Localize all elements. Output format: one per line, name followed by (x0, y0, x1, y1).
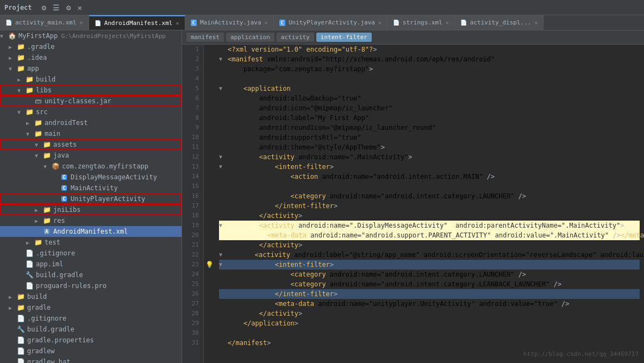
tree-item-build-gradle-app[interactable]: 🔧build.gradle (0, 270, 182, 280)
tree-row-gradle-props[interactable]: 📄gradle.properties (0, 335, 182, 346)
tree-item-gitignore-root[interactable]: 📄.gitignore (0, 313, 182, 324)
tree-row-build-root[interactable]: ▶📁build (0, 291, 182, 302)
tree-item-package[interactable]: ▼📦com.zengtao.myfirstapp (0, 161, 182, 172)
tree-item-idea[interactable]: ▶📁.idea (0, 52, 182, 63)
breadcrumb-application[interactable]: application (226, 33, 274, 42)
tree-arrow-jnilibs[interactable]: ▶ (35, 207, 42, 213)
tree-item-build-gradle-root[interactable]: 🔧build.gradle (0, 324, 182, 335)
tree-item-res[interactable]: ▶📁res (0, 215, 182, 226)
tree-row-gitignore-app[interactable]: 📄.gitignore (0, 248, 182, 259)
tree-arrow-package[interactable]: ▼ (43, 164, 51, 170)
tree-item-myfirstapp[interactable]: ▼🏠MyFirstApp G:\AndroidProjects\MyFirstA… (0, 30, 182, 41)
tree-item-app-iml[interactable]: 📄app.iml (0, 259, 182, 270)
tree-arrow-gradle[interactable]: ▶ (9, 305, 16, 311)
tree-row-displaymsg[interactable]: CDisplayMessageActivity (0, 172, 182, 183)
tree-item-displaymsg[interactable]: CDisplayMessageActivity (0, 172, 182, 183)
tab-close-AndroidManifest[interactable]: ✕ (176, 20, 179, 26)
tree-item-proguard[interactable]: 📄proguard-rules.pro (0, 280, 182, 291)
menu-icon[interactable]: ☰ (51, 2, 62, 13)
tree-row-jnilibs[interactable]: ▶📁jniLibs (0, 204, 182, 215)
config-icon[interactable]: ⚙ (64, 2, 73, 13)
tree-item-test[interactable]: ▶📁test (0, 237, 182, 248)
tree-row-mainactivity[interactable]: CMainActivity (0, 183, 182, 193)
tree-row-build-app[interactable]: ▶📁build (0, 74, 182, 85)
tree-arrow-src[interactable]: ▼ (17, 109, 25, 115)
tree-row-main[interactable]: ▼📁main (0, 128, 182, 139)
tab-AndroidManifest[interactable]: 📄AndroidManifest.xml✕ (89, 15, 185, 30)
tree-item-gradle[interactable]: ▶📁gradle (0, 302, 182, 313)
fold-arrow-12[interactable]: ▼ (219, 152, 227, 162)
tree-item-mainactivity[interactable]: CMainActivity (0, 183, 182, 193)
tree-item-androidmanifest[interactable]: AAndroidManifest.xml (0, 226, 182, 237)
tree-item-gradle-hidden[interactable]: ▶📁.gradle (0, 41, 182, 52)
tree-row-gradlew-bat[interactable]: 📄gradlew.bat (0, 356, 182, 363)
code-editor[interactable]: 1234567891011121314151617181920212223242… (182, 45, 644, 363)
tree-row-gradle-hidden[interactable]: ▶📁.gradle (0, 41, 182, 52)
tree-item-unity-jar[interactable]: 🗃unity-classes.jar (0, 96, 182, 107)
tree-item-src[interactable]: ▼📁src (0, 107, 182, 117)
tab-close-MainActivity[interactable]: ✕ (265, 20, 268, 26)
tab-close-UnityPlayerActivity[interactable]: ✕ (378, 20, 382, 26)
tab-close-strings[interactable]: ✕ (446, 20, 449, 26)
tree-row-unity-jar[interactable]: 🗃unity-classes.jar (0, 96, 182, 107)
tree-row-package[interactable]: ▼📦com.zengtao.myfirstapp (0, 161, 182, 172)
tree-row-java[interactable]: ▼📁java (0, 150, 182, 161)
tree-item-gradle-props[interactable]: 📄gradle.properties (0, 335, 182, 346)
tree-row-androidtest[interactable]: ▶📁androidTest (0, 117, 182, 128)
fold-arrow-19[interactable]: ▼ (219, 221, 227, 230)
tree-item-assets[interactable]: ▼📁assets (0, 139, 182, 150)
tree-arrow-java[interactable]: ▼ (35, 153, 42, 159)
tree-arrow-build-root[interactable]: ▶ (9, 294, 16, 300)
tree-arrow-app[interactable]: ▼ (9, 66, 16, 72)
tree-row-gradle[interactable]: ▶📁gradle (0, 302, 182, 313)
tree-arrow-res[interactable]: ▶ (35, 218, 42, 224)
tree-item-gradlew[interactable]: 📄gradlew (0, 346, 182, 356)
tab-MainActivity[interactable]: CMainActivity.java✕ (185, 15, 274, 30)
tree-arrow-gradle-hidden[interactable]: ▶ (9, 44, 16, 50)
tree-row-idea[interactable]: ▶📁.idea (0, 52, 182, 63)
tree-item-gradlew-bat[interactable]: 📄gradlew.bat (0, 356, 182, 363)
tree-item-java[interactable]: ▼📁java (0, 150, 182, 161)
tree-item-main[interactable]: ▼📁main (0, 128, 182, 139)
settings-icon[interactable]: ⚙ (40, 2, 48, 13)
tree-arrow-myfirstapp[interactable]: ▼ (0, 33, 8, 39)
tab-activity_main[interactable]: 📄activity_main.xml✕ (0, 15, 89, 30)
breadcrumb-manifest[interactable]: manifest (186, 33, 224, 42)
tree-item-gitignore-app[interactable]: 📄.gitignore (0, 248, 182, 259)
tree-item-unityplayer[interactable]: CUnityPlayerActivity (0, 193, 182, 204)
fold-arrow-23[interactable]: ▼ (219, 260, 227, 270)
tree-item-build-app[interactable]: ▶📁build (0, 74, 182, 85)
tree-row-proguard[interactable]: 📄proguard-rules.pro (0, 280, 182, 291)
tree-row-app[interactable]: ▼📁app (0, 63, 182, 74)
tree-arrow-main[interactable]: ▼ (26, 131, 34, 137)
tree-row-assets[interactable]: ▼📁assets (0, 139, 182, 150)
fold-arrow-13[interactable]: ▼ (219, 162, 227, 172)
tree-arrow-androidtest[interactable]: ▶ (26, 120, 34, 126)
tree-row-myfirstapp[interactable]: ▼🏠MyFirstApp G:\AndroidProjects\MyFirstA… (0, 30, 182, 41)
tree-arrow-test[interactable]: ▶ (26, 240, 34, 246)
breadcrumb-activity[interactable]: activity (277, 33, 314, 42)
tree-row-res[interactable]: ▶📁res (0, 215, 182, 226)
tab-strings[interactable]: 📄strings.xml✕ (387, 15, 455, 30)
tree-row-unityplayer[interactable]: CUnityPlayerActivity (0, 193, 182, 204)
tree-row-build-gradle-root[interactable]: 🔧build.gradle (0, 324, 182, 335)
close-toolbar-icon[interactable]: ✕ (75, 2, 84, 13)
tree-row-test[interactable]: ▶📁test (0, 237, 182, 248)
tree-item-libs[interactable]: ▼📁libs (0, 85, 182, 96)
tree-row-gitignore-root[interactable]: 📄.gitignore (0, 313, 182, 324)
tree-row-app-iml[interactable]: 📄app.iml (0, 259, 182, 270)
tree-row-androidmanifest[interactable]: AAndroidManifest.xml (0, 226, 182, 237)
tree-row-libs[interactable]: ▼📁libs (0, 85, 182, 96)
tree-row-gradlew[interactable]: 📄gradlew (0, 346, 182, 356)
tree-arrow-idea[interactable]: ▶ (9, 55, 16, 61)
tree-item-androidtest[interactable]: ▶📁androidTest (0, 117, 182, 128)
tree-item-jnilibs[interactable]: ▶📁jniLibs (0, 204, 182, 215)
tab-activity_displ[interactable]: 📄activity_displ...✕ (455, 15, 544, 30)
tree-row-build-gradle-app[interactable]: 🔧build.gradle (0, 270, 182, 280)
tree-row-src[interactable]: ▼📁src (0, 107, 182, 117)
fold-arrow-22[interactable]: ▼ (219, 250, 222, 260)
tree-arrow-build-app[interactable]: ▶ (17, 77, 25, 83)
tab-close-activity_main[interactable]: ✕ (80, 20, 83, 26)
fold-arrow-5[interactable]: ▼ (219, 84, 227, 93)
lightbulb-icon[interactable]: 💡 (205, 261, 214, 268)
